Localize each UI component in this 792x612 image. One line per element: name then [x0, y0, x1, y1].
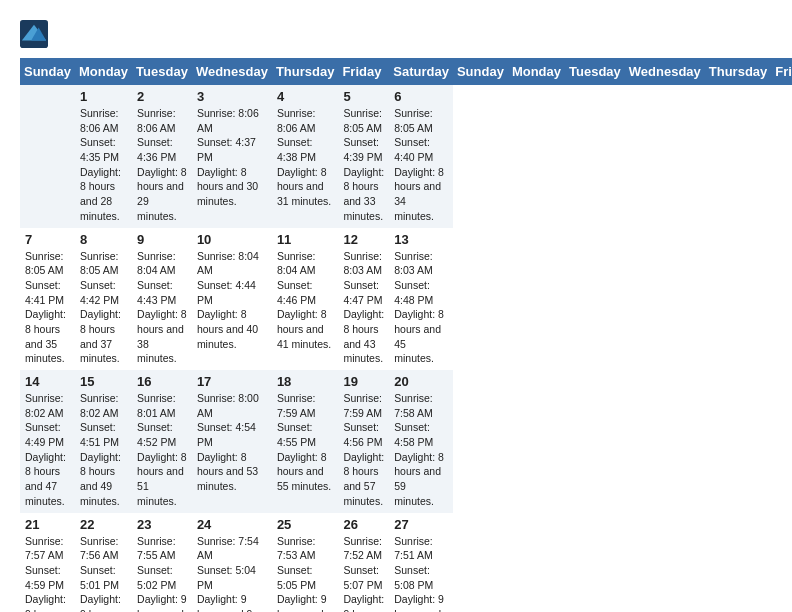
col-header-tuesday: Tuesday: [565, 58, 625, 85]
header-thursday: Thursday: [272, 58, 339, 85]
day-cell: 27Sunrise: 7:51 AMSunset: 5:08 PMDayligh…: [389, 513, 453, 613]
day-number: 17: [197, 374, 267, 389]
col-header-wednesday: Wednesday: [625, 58, 705, 85]
day-detail: Sunrise: 8:06 AMSunset: 4:38 PMDaylight:…: [277, 106, 334, 209]
header-monday: Monday: [75, 58, 132, 85]
day-detail: Sunrise: 8:05 AMSunset: 4:40 PMDaylight:…: [394, 106, 448, 224]
day-detail: Sunrise: 7:52 AMSunset: 5:07 PMDaylight:…: [343, 534, 384, 613]
day-number: 5: [343, 89, 384, 104]
day-number: 3: [197, 89, 267, 104]
page-header: [20, 20, 772, 48]
day-detail: Sunrise: 7:58 AMSunset: 4:58 PMDaylight:…: [394, 391, 448, 509]
day-number: 19: [343, 374, 384, 389]
day-number: 8: [80, 232, 127, 247]
day-number: 11: [277, 232, 334, 247]
day-detail: Sunrise: 8:05 AMSunset: 4:41 PMDaylight:…: [25, 249, 70, 367]
day-detail: Sunrise: 8:03 AMSunset: 4:47 PMDaylight:…: [343, 249, 384, 367]
day-number: 26: [343, 517, 384, 532]
day-cell: 16Sunrise: 8:01 AMSunset: 4:52 PMDayligh…: [132, 370, 192, 513]
day-number: 4: [277, 89, 334, 104]
day-number: 13: [394, 232, 448, 247]
day-detail: Sunrise: 8:04 AMSunset: 4:46 PMDaylight:…: [277, 249, 334, 352]
day-cell: 22Sunrise: 7:56 AMSunset: 5:01 PMDayligh…: [75, 513, 132, 613]
day-detail: Sunrise: 8:02 AMSunset: 4:51 PMDaylight:…: [80, 391, 127, 509]
day-number: 14: [25, 374, 70, 389]
day-number: 25: [277, 517, 334, 532]
day-number: 20: [394, 374, 448, 389]
day-cell: 12Sunrise: 8:03 AMSunset: 4:47 PMDayligh…: [338, 228, 389, 371]
day-detail: Sunrise: 8:06 AMSunset: 4:37 PMDaylight:…: [197, 106, 267, 209]
day-number: 16: [137, 374, 187, 389]
day-detail: Sunrise: 8:02 AMSunset: 4:49 PMDaylight:…: [25, 391, 70, 509]
week-row-1: 1Sunrise: 8:06 AMSunset: 4:35 PMDaylight…: [20, 85, 792, 228]
col-header-thursday: Thursday: [705, 58, 772, 85]
day-cell: 15Sunrise: 8:02 AMSunset: 4:51 PMDayligh…: [75, 370, 132, 513]
day-detail: Sunrise: 8:05 AMSunset: 4:42 PMDaylight:…: [80, 249, 127, 367]
day-detail: Sunrise: 8:04 AMSunset: 4:43 PMDaylight:…: [137, 249, 187, 367]
day-number: 18: [277, 374, 334, 389]
header-tuesday: Tuesday: [132, 58, 192, 85]
day-number: 12: [343, 232, 384, 247]
day-number: 21: [25, 517, 70, 532]
day-number: 24: [197, 517, 267, 532]
day-cell: 7Sunrise: 8:05 AMSunset: 4:41 PMDaylight…: [20, 228, 75, 371]
day-cell: [20, 85, 75, 228]
day-number: 2: [137, 89, 187, 104]
day-detail: Sunrise: 8:06 AMSunset: 4:35 PMDaylight:…: [80, 106, 127, 224]
day-cell: 20Sunrise: 7:58 AMSunset: 4:58 PMDayligh…: [389, 370, 453, 513]
day-cell: 21Sunrise: 7:57 AMSunset: 4:59 PMDayligh…: [20, 513, 75, 613]
day-detail: Sunrise: 7:55 AMSunset: 5:02 PMDaylight:…: [137, 534, 187, 613]
day-detail: Sunrise: 7:53 AMSunset: 5:05 PMDaylight:…: [277, 534, 334, 613]
col-header-monday: Monday: [508, 58, 565, 85]
day-cell: 11Sunrise: 8:04 AMSunset: 4:46 PMDayligh…: [272, 228, 339, 371]
day-cell: 13Sunrise: 8:03 AMSunset: 4:48 PMDayligh…: [389, 228, 453, 371]
day-cell: 10Sunrise: 8:04 AMSunset: 4:44 PMDayligh…: [192, 228, 272, 371]
day-number: 1: [80, 89, 127, 104]
day-cell: 3Sunrise: 8:06 AMSunset: 4:37 PMDaylight…: [192, 85, 272, 228]
logo: [20, 20, 50, 48]
day-detail: Sunrise: 7:51 AMSunset: 5:08 PMDaylight:…: [394, 534, 448, 613]
day-cell: 2Sunrise: 8:06 AMSunset: 4:36 PMDaylight…: [132, 85, 192, 228]
calendar-table: SundayMondayTuesdayWednesdayThursdayFrid…: [20, 58, 792, 612]
day-cell: 1Sunrise: 8:06 AMSunset: 4:35 PMDaylight…: [75, 85, 132, 228]
day-detail: Sunrise: 8:00 AMSunset: 4:54 PMDaylight:…: [197, 391, 267, 494]
week-row-3: 14Sunrise: 8:02 AMSunset: 4:49 PMDayligh…: [20, 370, 792, 513]
day-number: 23: [137, 517, 187, 532]
day-detail: Sunrise: 7:59 AMSunset: 4:56 PMDaylight:…: [343, 391, 384, 509]
day-cell: 19Sunrise: 7:59 AMSunset: 4:56 PMDayligh…: [338, 370, 389, 513]
col-header-friday: Friday: [771, 58, 792, 85]
col-header-sunday: Sunday: [453, 58, 508, 85]
day-detail: Sunrise: 8:03 AMSunset: 4:48 PMDaylight:…: [394, 249, 448, 367]
day-cell: 23Sunrise: 7:55 AMSunset: 5:02 PMDayligh…: [132, 513, 192, 613]
day-detail: Sunrise: 8:01 AMSunset: 4:52 PMDaylight:…: [137, 391, 187, 509]
week-row-2: 7Sunrise: 8:05 AMSunset: 4:41 PMDaylight…: [20, 228, 792, 371]
day-detail: Sunrise: 7:56 AMSunset: 5:01 PMDaylight:…: [80, 534, 127, 613]
day-cell: 8Sunrise: 8:05 AMSunset: 4:42 PMDaylight…: [75, 228, 132, 371]
day-cell: 5Sunrise: 8:05 AMSunset: 4:39 PMDaylight…: [338, 85, 389, 228]
day-detail: Sunrise: 7:54 AMSunset: 5:04 PMDaylight:…: [197, 534, 267, 613]
header-saturday: Saturday: [389, 58, 453, 85]
day-cell: 25Sunrise: 7:53 AMSunset: 5:05 PMDayligh…: [272, 513, 339, 613]
header-sunday: Sunday: [20, 58, 75, 85]
day-cell: 18Sunrise: 7:59 AMSunset: 4:55 PMDayligh…: [272, 370, 339, 513]
day-number: 9: [137, 232, 187, 247]
day-number: 27: [394, 517, 448, 532]
day-cell: 17Sunrise: 8:00 AMSunset: 4:54 PMDayligh…: [192, 370, 272, 513]
logo-icon: [20, 20, 48, 48]
day-detail: Sunrise: 7:57 AMSunset: 4:59 PMDaylight:…: [25, 534, 70, 613]
day-cell: 4Sunrise: 8:06 AMSunset: 4:38 PMDaylight…: [272, 85, 339, 228]
day-detail: Sunrise: 8:06 AMSunset: 4:36 PMDaylight:…: [137, 106, 187, 224]
header-friday: Friday: [338, 58, 389, 85]
day-number: 7: [25, 232, 70, 247]
day-number: 6: [394, 89, 448, 104]
day-cell: 14Sunrise: 8:02 AMSunset: 4:49 PMDayligh…: [20, 370, 75, 513]
header-wednesday: Wednesday: [192, 58, 272, 85]
day-number: 22: [80, 517, 127, 532]
day-number: 15: [80, 374, 127, 389]
calendar-header-row: SundayMondayTuesdayWednesdayThursdayFrid…: [20, 58, 792, 85]
day-cell: 26Sunrise: 7:52 AMSunset: 5:07 PMDayligh…: [338, 513, 389, 613]
day-cell: 9Sunrise: 8:04 AMSunset: 4:43 PMDaylight…: [132, 228, 192, 371]
day-detail: Sunrise: 7:59 AMSunset: 4:55 PMDaylight:…: [277, 391, 334, 494]
day-cell: 24Sunrise: 7:54 AMSunset: 5:04 PMDayligh…: [192, 513, 272, 613]
week-row-4: 21Sunrise: 7:57 AMSunset: 4:59 PMDayligh…: [20, 513, 792, 613]
